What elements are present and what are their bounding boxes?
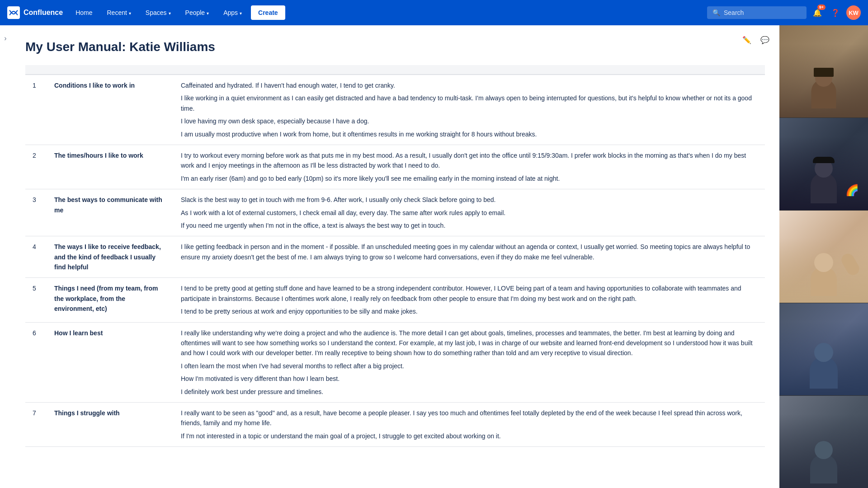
detail-paragraph: I like getting feedback in person and in… — [181, 242, 758, 262]
detail-paragraph: How I'm motivated is very different than… — [181, 374, 758, 384]
comment-icon: 💬 — [760, 36, 769, 44]
top-navigation: Confluence Home Recent Spaces People App… — [0, 0, 868, 25]
topic-label: How I learn best — [54, 329, 103, 337]
table-row: 5Things I need (from my team, from the w… — [25, 278, 765, 322]
col-header-topic — [47, 65, 174, 75]
user-avatar[interactable]: KW — [846, 5, 861, 20]
detail-paragraph: As I work with a lot of external custome… — [181, 208, 758, 218]
comment-button[interactable]: 💬 — [758, 33, 772, 47]
help-icon: ❓ — [831, 9, 840, 17]
sidebar-toggle[interactable]: › — [0, 25, 11, 488]
recent-chevron — [129, 9, 131, 16]
detail-paragraph: I'm an early riser (6am) and go to bed e… — [181, 174, 758, 183]
table-row: 1Conditions I like to work inCaffeinated… — [25, 75, 765, 145]
topic-label: Things I struggle with — [54, 409, 120, 417]
confluence-logo-text: Confluence — [24, 9, 63, 17]
row-detail: I tend to be pretty good at getting stuf… — [174, 278, 765, 322]
row-number: 7 — [25, 402, 47, 446]
detail-paragraph: Slack is the best way to get in touch wi… — [181, 195, 758, 205]
row-topic: The best ways to communicate with me — [47, 189, 174, 236]
edit-button[interactable]: ✏️ — [740, 33, 754, 47]
detail-paragraph: If I'm not interested in a topic or unde… — [181, 431, 758, 441]
nav-home[interactable]: Home — [70, 5, 98, 20]
row-topic: The times/hours I like to work — [47, 145, 174, 189]
row-number: 4 — [25, 236, 47, 278]
content-toolbar: ✏️ 💬 — [740, 33, 772, 47]
detail-paragraph: I like working in a quiet environment as… — [181, 93, 758, 113]
row-number: 6 — [25, 322, 47, 402]
row-topic: The ways I like to receive feedback, and… — [47, 236, 174, 278]
video-bg-1 — [779, 25, 868, 117]
people-chevron — [207, 9, 209, 16]
notifications-button[interactable]: 🔔 9+ — [810, 5, 825, 20]
table-header — [25, 65, 765, 75]
notification-badge: 9+ — [817, 5, 826, 10]
detail-paragraph: I love having my own desk space, especia… — [181, 116, 758, 126]
row-topic: Conditions I like to work in — [47, 75, 174, 145]
video-tile-3[interactable] — [779, 211, 868, 303]
detail-paragraph: I am usually most productive when I work… — [181, 129, 758, 139]
nav-recent[interactable]: Recent — [101, 5, 136, 20]
video-panel: 🌈 — [779, 25, 868, 488]
row-detail: Caffeinated and hydrated. If I haven't h… — [174, 75, 765, 145]
confluence-logo[interactable]: Confluence — [7, 6, 63, 19]
video-bg-4 — [779, 303, 868, 395]
video-tile-1[interactable] — [779, 25, 868, 118]
table-row: 4The ways I like to receive feedback, an… — [25, 236, 765, 278]
apps-chevron — [240, 9, 242, 16]
confluence-logo-icon — [7, 6, 20, 19]
video-tile-5[interactable] — [779, 396, 868, 488]
create-button[interactable]: Create — [251, 5, 285, 20]
spaces-chevron — [169, 9, 171, 16]
help-button[interactable]: ❓ — [828, 5, 843, 20]
table-body: 1Conditions I like to work inCaffeinated… — [25, 75, 765, 447]
row-detail: I really want to be seen as "good" and, … — [174, 402, 765, 446]
video-bg-3 — [779, 211, 868, 303]
row-detail: I like getting feedback in person and in… — [174, 236, 765, 278]
detail-paragraph: I definitely work best under pressure an… — [181, 387, 758, 397]
row-detail: I try to workout every morning before wo… — [174, 145, 765, 189]
topic-label: Things I need (from my team, from the wo… — [54, 285, 158, 312]
row-number: 2 — [25, 145, 47, 189]
row-number: 3 — [25, 189, 47, 236]
edit-icon: ✏️ — [742, 36, 751, 44]
nav-apps[interactable]: Apps — [218, 5, 247, 20]
video-bg-2: 🌈 — [779, 118, 868, 210]
row-number: 1 — [25, 75, 47, 145]
main-layout: › ✏️ 💬 My User Manual: Katie Williams 1C… — [0, 25, 868, 488]
detail-paragraph: I really want to be seen as "good" and, … — [181, 408, 758, 428]
nav-people[interactable]: People — [180, 5, 215, 20]
row-topic: Things I need (from my team, from the wo… — [47, 278, 174, 322]
row-detail: Slack is the best way to get in touch wi… — [174, 189, 765, 236]
detail-paragraph: I really like understanding why we're do… — [181, 328, 758, 358]
detail-paragraph: I try to workout every morning before wo… — [181, 150, 758, 171]
col-header-detail — [174, 65, 765, 75]
nav-spaces[interactable]: Spaces — [140, 5, 176, 20]
topic-label: The best ways to communicate with me — [54, 196, 162, 213]
table-row: 3The best ways to communicate with meSla… — [25, 189, 765, 236]
detail-paragraph: If you need me urgently when I'm not in … — [181, 221, 758, 230]
search-bar[interactable]: 🔍 Search — [707, 6, 807, 19]
detail-paragraph: Caffeinated and hydrated. If I haven't h… — [181, 80, 758, 90]
search-placeholder: Search — [724, 9, 744, 16]
col-header-num — [25, 65, 47, 75]
topic-label: The ways I like to receive feedback, and… — [54, 243, 161, 271]
detail-paragraph: I tend to be pretty good at getting stuf… — [181, 283, 758, 304]
video-tile-4[interactable] — [779, 303, 868, 396]
table-row: 7Things I struggle withI really want to … — [25, 402, 765, 446]
row-number: 5 — [25, 278, 47, 322]
table-row: 2The times/hours I like to workI try to … — [25, 145, 765, 189]
rainbow-icon: 🌈 — [845, 184, 859, 197]
row-topic: Things I struggle with — [47, 402, 174, 446]
row-topic: How I learn best — [47, 322, 174, 402]
search-icon: 🔍 — [712, 9, 720, 16]
detail-paragraph: I often learn the most when I've had sev… — [181, 361, 758, 371]
video-tile-2[interactable]: 🌈 — [779, 118, 868, 211]
user-manual-table: 1Conditions I like to work inCaffeinated… — [25, 65, 765, 447]
chevron-right-icon: › — [4, 34, 6, 42]
main-content: ✏️ 💬 My User Manual: Katie Williams 1Con… — [11, 25, 779, 488]
topic-label: The times/hours I like to work — [54, 152, 143, 159]
row-detail: I really like understanding why we're do… — [174, 322, 765, 402]
table-row: 6How I learn bestI really like understan… — [25, 322, 765, 402]
page-title: My User Manual: Katie Williams — [25, 40, 765, 54]
